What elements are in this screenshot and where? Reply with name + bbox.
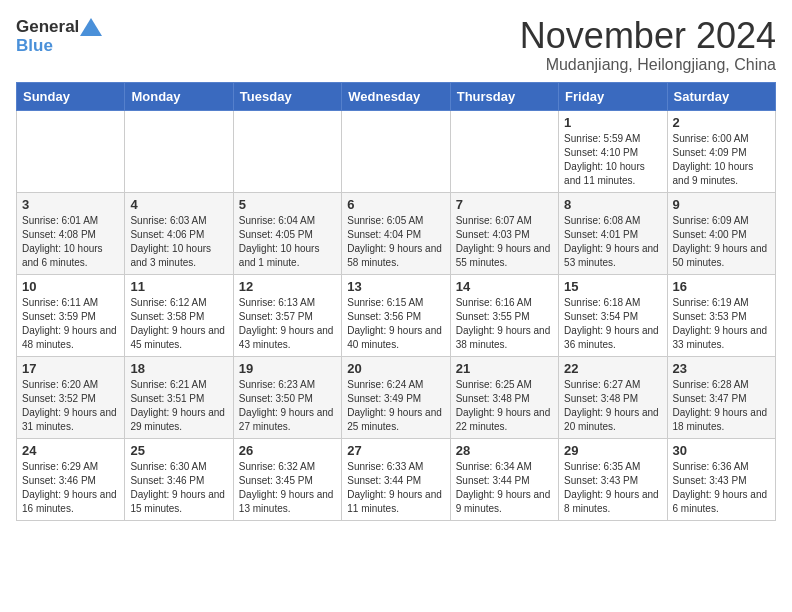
calendar-cell: 18Sunrise: 6:21 AMSunset: 3:51 PMDayligh… [125,356,233,438]
calendar-cell: 1Sunrise: 5:59 AMSunset: 4:10 PMDaylight… [559,110,667,192]
calendar-cell: 5Sunrise: 6:04 AMSunset: 4:05 PMDaylight… [233,192,341,274]
day-number: 27 [347,443,444,458]
day-info: Sunrise: 6:27 AMSunset: 3:48 PMDaylight:… [564,379,659,432]
day-number: 3 [22,197,119,212]
day-info: Sunrise: 6:16 AMSunset: 3:55 PMDaylight:… [456,297,551,350]
calendar-cell: 14Sunrise: 6:16 AMSunset: 3:55 PMDayligh… [450,274,558,356]
calendar-cell: 6Sunrise: 6:05 AMSunset: 4:04 PMDaylight… [342,192,450,274]
week-row-1: 1Sunrise: 5:59 AMSunset: 4:10 PMDaylight… [17,110,776,192]
day-number: 22 [564,361,661,376]
calendar-subtitle: Mudanjiang, Heilongjiang, China [520,56,776,74]
calendar-cell: 29Sunrise: 6:35 AMSunset: 3:43 PMDayligh… [559,438,667,520]
day-info: Sunrise: 6:21 AMSunset: 3:51 PMDaylight:… [130,379,225,432]
calendar-cell: 9Sunrise: 6:09 AMSunset: 4:00 PMDaylight… [667,192,775,274]
calendar-cell: 3Sunrise: 6:01 AMSunset: 4:08 PMDaylight… [17,192,125,274]
day-info: Sunrise: 6:01 AMSunset: 4:08 PMDaylight:… [22,215,103,268]
calendar-cell [450,110,558,192]
calendar-cell: 7Sunrise: 6:07 AMSunset: 4:03 PMDaylight… [450,192,558,274]
calendar-cell: 16Sunrise: 6:19 AMSunset: 3:53 PMDayligh… [667,274,775,356]
calendar-cell: 4Sunrise: 6:03 AMSunset: 4:06 PMDaylight… [125,192,233,274]
header-friday: Friday [559,82,667,110]
svg-marker-0 [80,18,102,36]
day-info: Sunrise: 6:05 AMSunset: 4:04 PMDaylight:… [347,215,442,268]
calendar-cell: 24Sunrise: 6:29 AMSunset: 3:46 PMDayligh… [17,438,125,520]
header-wednesday: Wednesday [342,82,450,110]
day-number: 15 [564,279,661,294]
calendar-cell: 12Sunrise: 6:13 AMSunset: 3:57 PMDayligh… [233,274,341,356]
day-number: 7 [456,197,553,212]
day-info: Sunrise: 6:08 AMSunset: 4:01 PMDaylight:… [564,215,659,268]
logo-icon [80,16,102,38]
calendar-cell: 27Sunrise: 6:33 AMSunset: 3:44 PMDayligh… [342,438,450,520]
day-info: Sunrise: 6:25 AMSunset: 3:48 PMDaylight:… [456,379,551,432]
calendar-cell [17,110,125,192]
logo: General Blue [16,16,102,56]
day-number: 1 [564,115,661,130]
calendar-cell: 20Sunrise: 6:24 AMSunset: 3:49 PMDayligh… [342,356,450,438]
header-saturday: Saturday [667,82,775,110]
calendar-cell [125,110,233,192]
day-info: Sunrise: 6:36 AMSunset: 3:43 PMDaylight:… [673,461,768,514]
day-info: Sunrise: 6:00 AMSunset: 4:09 PMDaylight:… [673,133,754,186]
calendar-cell: 15Sunrise: 6:18 AMSunset: 3:54 PMDayligh… [559,274,667,356]
calendar-cell: 2Sunrise: 6:00 AMSunset: 4:09 PMDaylight… [667,110,775,192]
day-number: 24 [22,443,119,458]
header-tuesday: Tuesday [233,82,341,110]
day-info: Sunrise: 6:20 AMSunset: 3:52 PMDaylight:… [22,379,117,432]
day-info: Sunrise: 6:34 AMSunset: 3:44 PMDaylight:… [456,461,551,514]
page-header: General Blue November 2024 Mudanjiang, H… [16,16,776,74]
day-number: 2 [673,115,770,130]
calendar-cell: 21Sunrise: 6:25 AMSunset: 3:48 PMDayligh… [450,356,558,438]
day-info: Sunrise: 6:13 AMSunset: 3:57 PMDaylight:… [239,297,334,350]
day-number: 23 [673,361,770,376]
calendar-cell: 28Sunrise: 6:34 AMSunset: 3:44 PMDayligh… [450,438,558,520]
header-monday: Monday [125,82,233,110]
week-row-5: 24Sunrise: 6:29 AMSunset: 3:46 PMDayligh… [17,438,776,520]
calendar-cell: 22Sunrise: 6:27 AMSunset: 3:48 PMDayligh… [559,356,667,438]
calendar-table: Sunday Monday Tuesday Wednesday Thursday… [16,82,776,521]
day-number: 30 [673,443,770,458]
day-number: 19 [239,361,336,376]
day-number: 28 [456,443,553,458]
day-number: 14 [456,279,553,294]
day-number: 9 [673,197,770,212]
day-info: Sunrise: 6:03 AMSunset: 4:06 PMDaylight:… [130,215,211,268]
day-info: Sunrise: 6:24 AMSunset: 3:49 PMDaylight:… [347,379,442,432]
day-info: Sunrise: 6:33 AMSunset: 3:44 PMDaylight:… [347,461,442,514]
day-number: 12 [239,279,336,294]
calendar-cell: 13Sunrise: 6:15 AMSunset: 3:56 PMDayligh… [342,274,450,356]
day-number: 4 [130,197,227,212]
day-info: Sunrise: 5:59 AMSunset: 4:10 PMDaylight:… [564,133,645,186]
day-info: Sunrise: 6:32 AMSunset: 3:45 PMDaylight:… [239,461,334,514]
calendar-cell: 25Sunrise: 6:30 AMSunset: 3:46 PMDayligh… [125,438,233,520]
day-info: Sunrise: 6:18 AMSunset: 3:54 PMDaylight:… [564,297,659,350]
day-info: Sunrise: 6:12 AMSunset: 3:58 PMDaylight:… [130,297,225,350]
day-info: Sunrise: 6:15 AMSunset: 3:56 PMDaylight:… [347,297,442,350]
calendar-cell: 17Sunrise: 6:20 AMSunset: 3:52 PMDayligh… [17,356,125,438]
calendar-title: November 2024 [520,16,776,56]
day-number: 25 [130,443,227,458]
calendar-cell [233,110,341,192]
title-section: November 2024 Mudanjiang, Heilongjiang, … [520,16,776,74]
calendar-cell: 23Sunrise: 6:28 AMSunset: 3:47 PMDayligh… [667,356,775,438]
calendar-cell [342,110,450,192]
day-number: 26 [239,443,336,458]
calendar-cell: 19Sunrise: 6:23 AMSunset: 3:50 PMDayligh… [233,356,341,438]
calendar-cell: 8Sunrise: 6:08 AMSunset: 4:01 PMDaylight… [559,192,667,274]
day-number: 10 [22,279,119,294]
header-thursday: Thursday [450,82,558,110]
day-number: 13 [347,279,444,294]
day-info: Sunrise: 6:19 AMSunset: 3:53 PMDaylight:… [673,297,768,350]
calendar-cell: 11Sunrise: 6:12 AMSunset: 3:58 PMDayligh… [125,274,233,356]
day-number: 8 [564,197,661,212]
day-info: Sunrise: 6:29 AMSunset: 3:46 PMDaylight:… [22,461,117,514]
day-number: 21 [456,361,553,376]
day-info: Sunrise: 6:28 AMSunset: 3:47 PMDaylight:… [673,379,768,432]
day-number: 6 [347,197,444,212]
day-number: 16 [673,279,770,294]
calendar-cell: 30Sunrise: 6:36 AMSunset: 3:43 PMDayligh… [667,438,775,520]
week-row-2: 3Sunrise: 6:01 AMSunset: 4:08 PMDaylight… [17,192,776,274]
day-info: Sunrise: 6:04 AMSunset: 4:05 PMDaylight:… [239,215,320,268]
day-number: 18 [130,361,227,376]
day-info: Sunrise: 6:35 AMSunset: 3:43 PMDaylight:… [564,461,659,514]
